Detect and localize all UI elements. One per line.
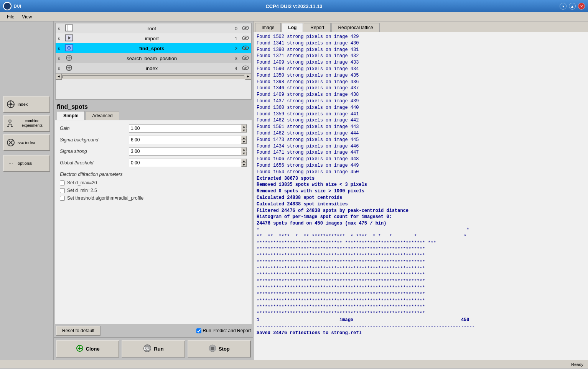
svg-point-40 [68,67,70,69]
row-eye-root[interactable] [240,23,251,33]
log-line: 1 image 450 [257,317,585,323]
tool-ssx-index[interactable]: ssx index [3,134,50,151]
tool-index[interactable]: index [3,96,50,113]
svg-point-3 [10,103,12,105]
gain-spinner[interactable]: ▲ ▼ [241,125,247,132]
row-num-index: 4 [228,63,240,73]
pipeline-row-find-spots[interactable]: s find_spots 2 [56,43,251,53]
row-eye-findspots[interactable] [240,43,251,53]
log-line: ****************************************… [257,253,585,259]
sigma-bg-down[interactable]: ▼ [241,140,247,144]
tab-advanced[interactable]: Advanced [86,111,119,120]
checkbox-threshold[interactable] [60,196,65,201]
log-line: Found 1437 strong pixels on image 439 [257,98,585,105]
gain-up[interactable]: ▲ [241,125,247,128]
sigma-strong-up[interactable]: ▲ [241,148,247,151]
log-line: Found 1606 strong pixels on image 448 [257,156,585,162]
right-tab-report[interactable]: Report [304,23,331,32]
window-title: CCP4 DUI2 v:2023.11.13 [265,3,322,9]
run-button[interactable]: DUI Run [122,340,185,358]
electron-section: Electron diffraction parameters Set d_ma… [60,172,247,201]
bottom-buttons-bar: Reset to default Run Predict and Report [54,324,253,337]
logo-label: DUI [14,4,21,8]
checkbox-threshold-label: Set threshold.algorithm=radial_profile [67,195,143,201]
checkbox-dmin[interactable] [60,188,65,193]
tool-optional[interactable]: ··· optional [3,155,50,172]
logo-icon [3,2,12,10]
menu-file[interactable]: File [3,13,18,20]
log-line: Found 1359 strong pixels on image 441 [257,111,585,118]
log-line: Found 1434 strong pixels on image 446 [257,143,585,150]
reset-default-button[interactable]: Reset to default [56,326,100,336]
row-name-root: root [76,23,229,33]
tool-combine-experiments[interactable]: combine experiments [3,115,50,132]
log-line: ****************************************… [257,310,585,317]
right-tab-reciprocal[interactable]: Reciprocal lattice [331,23,379,32]
param-tabs: Simple Advanced [54,111,253,120]
index-icon [5,99,16,110]
svg-point-26 [68,47,69,48]
sigma-bg-up[interactable]: ▲ [241,136,247,140]
tool-ssx-label: ssx index [18,140,35,145]
log-line: ** ** **** * ** ************ * **** * * … [257,233,585,240]
svg-rect-51 [211,347,214,350]
pipeline-table: s root 0 [56,23,251,73]
pipeline-row-root[interactable]: s root 0 [56,23,251,33]
row-eye-index[interactable] [240,63,251,73]
global-threshold-up[interactable]: ▲ [241,159,247,163]
scroll-left-btn[interactable]: ◀ [56,74,62,80]
log-area[interactable]: Found 1502 strong pixels on image 429Fou… [254,32,588,360]
gain-label: Gain [60,126,129,131]
log-line: Histogram of per-image spot count for im… [257,214,585,220]
maximize-button[interactable]: ▲ [569,3,576,10]
param-row-global-threshold: Global threshold ▲ ▼ [60,159,247,167]
minimize-button[interactable]: ▾ [560,3,567,10]
sigma-bg-input[interactable] [129,136,241,143]
right-tabs: Image Log Report Reciprocal lattice [254,21,588,32]
sigma-strong-down[interactable]: ▼ [241,151,247,155]
menu-view[interactable]: View [18,13,36,20]
checkbox-dmax[interactable] [60,180,65,185]
clone-button[interactable]: Clone [56,340,119,358]
action-buttons-bar: Clone DUI Run [54,337,253,360]
global-threshold-down[interactable]: ▼ [241,163,247,167]
right-tab-log[interactable]: Log [282,23,303,32]
pipeline-area: s root 0 [55,23,252,100]
sigma-strong-input[interactable] [129,148,241,155]
row-eye-searchbeam[interactable] [240,53,251,63]
row-s-index: s [56,63,63,73]
log-line: Calculated 24838 spot centroids [257,195,585,201]
sigma-bg-spinner[interactable]: ▲ ▼ [241,136,247,144]
gain-down[interactable]: ▼ [241,128,247,132]
stop-button[interactable]: Stop [188,340,251,358]
log-line: ****************************************… [257,298,585,304]
log-line: ******************************* ********… [257,240,585,246]
sigma-strong-input-wrap: ▲ ▼ [129,147,247,156]
clone-label: Clone [86,346,100,352]
row-eye-import[interactable] [240,33,251,43]
tab-simple[interactable]: Simple [57,111,85,120]
log-line: Found 1371 strong pixels on image 432 [257,53,585,59]
row-s-searchbeam: s [56,53,63,63]
scroll-right-btn[interactable]: ▶ [245,74,251,80]
row-icon-searchbeam [63,53,76,63]
titlebar: DUI CCP4 DUI2 v:2023.11.13 ▾ ▲ ✕ [0,0,588,12]
menubar: File View [0,12,588,21]
sigma-strong-spinner[interactable]: ▲ ▼ [241,148,247,155]
run-predict-checkbox[interactable] [196,328,201,333]
log-line: Found 1654 strong pixels on image 450 [257,169,585,175]
pipeline-row-index[interactable]: s index 4 [56,63,251,73]
window-controls[interactable]: ▾ ▲ ✕ [560,3,585,10]
global-threshold-input[interactable] [129,159,241,166]
close-button[interactable]: ✕ [578,3,585,10]
pipeline-row-search-beam[interactable]: s search_beam_position 3 [56,53,251,63]
global-threshold-spinner[interactable]: ▲ ▼ [241,159,247,167]
pipeline-row-import[interactable]: s import 1 [56,33,251,43]
gain-input[interactable] [129,125,241,132]
checkbox-dmax-label: Set d_max=20 [67,180,97,185]
checkbox-row-dmax: Set d_max=20 [60,180,247,185]
log-line: ****************************************… [257,285,585,291]
pipeline-scrollbar[interactable]: ◀ ▶ [56,73,251,79]
right-tab-image[interactable]: Image [255,23,281,32]
log-line: Found 1473 strong pixels on image 445 [257,137,585,143]
